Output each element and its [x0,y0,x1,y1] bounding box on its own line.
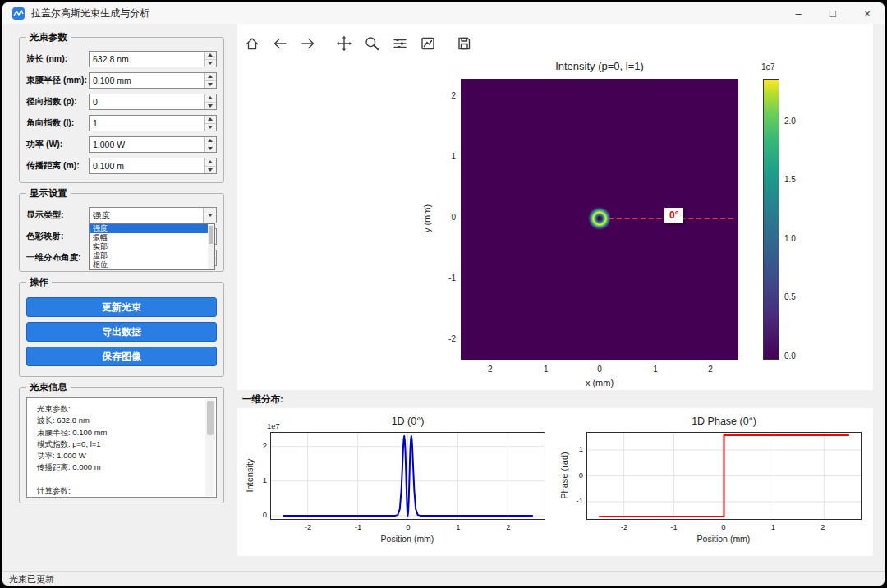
beam-info-textarea[interactable]: 光束参数: 波长: 632.8 nm 束腰半径: 0.100 mm 模式指数: … [26,397,217,498]
export-data-button[interactable]: 导出数据 [26,322,217,342]
power-input[interactable]: 1.000 W [90,137,204,152]
spin-down-icon [208,104,213,108]
intensity-profile-chart [270,432,545,520]
colorbar-tick: 1.5 [784,175,796,184]
dropdown-option-real[interactable]: 实部 [90,242,208,251]
maximize-button[interactable]: □ [816,2,850,24]
heatmap-xlabel: x (mm) [571,378,628,388]
plot-toolbar [242,34,474,53]
spin-up-icon [208,160,213,163]
app-icon [12,7,25,20]
y-tick: -1 [565,496,583,505]
x-tick: -2 [297,522,319,531]
spin-up-button[interactable] [205,116,216,123]
line-chart-icon [420,35,436,52]
y-tick: 1 [436,152,456,161]
colormap-label: 色彩映射: [26,231,89,242]
arrow-left-icon [272,35,288,52]
pan-icon [336,35,352,52]
dropdown-scrollbar[interactable] [208,225,214,269]
display-type-dropdown-list: 强度 振幅 实部 虚部 相位 [89,223,215,270]
spin-up-icon [208,96,213,99]
angle-annotation: 0° [664,208,683,223]
subplots-config-button[interactable] [390,34,410,53]
scrollbar-thumb[interactable] [209,226,213,244]
spin-down-button[interactable] [205,59,216,67]
radial-index-input[interactable]: 0 [90,94,204,109]
spin-up-button[interactable] [205,137,216,145]
save-figure-button[interactable] [454,34,474,53]
arrow-right-icon [300,35,316,52]
magnifier-icon [364,35,380,52]
spin-down-button[interactable] [205,102,216,110]
pan-button[interactable] [334,34,354,53]
x-tick: 1 [643,365,668,374]
save-image-button[interactable]: 保存图像 [26,347,217,366]
beam-info-title: 光束信息 [26,381,71,393]
power-spinbox: 1.000 W [89,136,217,153]
spin-down-icon [208,126,213,129]
beam-info-scrollbar[interactable] [205,399,215,496]
spin-down-button[interactable] [205,123,216,131]
status-bar: 光束已更新 [2,571,885,586]
propagation-distance-input[interactable]: 0.100 m [90,158,204,173]
display-type-label: 显示类型: [26,209,89,221]
display-settings-group: 显示设置 显示类型: 强度 色彩映射: 一维分布角度: [19,193,224,272]
azimuthal-index-input[interactable]: 1 [90,116,204,131]
x-tick: 0 [587,365,612,374]
update-beam-button[interactable]: 更新光束 [26,297,217,317]
zoom-button[interactable] [362,34,382,53]
beam-info-group: 光束信息 光束参数: 波长: 632.8 nm 束腰半径: 0.100 mm 模… [19,387,224,503]
profile-chart-title: 1D (0°) [270,416,545,427]
close-button[interactable]: × [850,2,885,24]
display-type-combobox[interactable]: 强度 [89,207,217,223]
waist-radius-input[interactable]: 0.100 mm [90,73,204,88]
x-tick: 0 [398,522,419,531]
back-button[interactable] [270,34,290,53]
display-type-row: 显示类型: 强度 [26,205,217,225]
wavelength-label: 波长 (nm): [26,53,89,65]
dropdown-option-amplitude[interactable]: 振幅 [90,233,208,242]
radial-index-label: 径向指数 (p): [26,96,89,108]
wavelength-input[interactable]: 632.8 nm [90,52,204,67]
dropdown-option-phase[interactable]: 相位 [90,260,208,269]
wavelength-row: 波长 (nm): 632.8 nm [26,49,217,69]
minimize-button[interactable]: – [781,2,816,24]
spin-up-button[interactable] [205,158,216,166]
app-window: 拉盖尔高斯光束生成与分析 – □ × 光束参数 波长 (nm): 632.8 n… [2,2,885,586]
phase-profile-chart [586,432,862,520]
beam-params-group: 光束参数 波长 (nm): 632.8 nm 束腰半径 (mm): 0.10 [19,37,224,183]
customize-plot-button[interactable] [418,34,438,53]
y-tick: -2 [436,334,456,343]
spin-down-button[interactable] [205,80,216,89]
home-button[interactable] [242,34,262,53]
spin-up-button[interactable] [205,52,216,59]
spin-up-icon [208,53,213,57]
spin-up-button[interactable] [205,94,216,102]
title-bar: 拉盖尔高斯光束生成与分析 – □ × [2,2,885,24]
dropdown-option-imag[interactable]: 虚部 [90,251,208,260]
dropdown-option-intensity[interactable]: 强度 [90,224,208,233]
actions-group: 操作 更新光束 导出数据 保存图像 [19,282,224,377]
display-type-value: 强度 [90,208,203,223]
colorbar-tick: 1.0 [784,234,796,243]
spin-up-button[interactable] [205,73,216,80]
parameter-sidebar: 光束参数 波长 (nm): 632.8 nm 束腰半径 (mm): 0.10 [2,24,237,571]
spin-up-icon [208,139,213,142]
x-tick: 1 [763,522,784,531]
spin-down-button[interactable] [205,145,216,153]
propagation-distance-label: 传播距离 (m): [26,160,89,172]
y-tick: -1 [436,273,456,283]
x-tick: -1 [532,365,557,374]
status-text: 光束已更新 [9,574,54,584]
y-tick: 1 [249,475,267,485]
combo-dropdown-button[interactable] [203,208,216,223]
beam-params-title: 光束参数 [26,31,71,44]
scrollbar-thumb[interactable] [207,401,214,435]
heatmap-ylabel: y (mm) [422,194,434,243]
offset-label: 1e7 [267,421,280,430]
y-tick: 0 [436,213,456,222]
spin-down-button[interactable] [205,166,216,174]
forward-button[interactable] [298,34,318,53]
figure-panel: Intensity (p=0, l=1) 0° 2 1 0 -1 -2 -2 -… [237,24,873,556]
